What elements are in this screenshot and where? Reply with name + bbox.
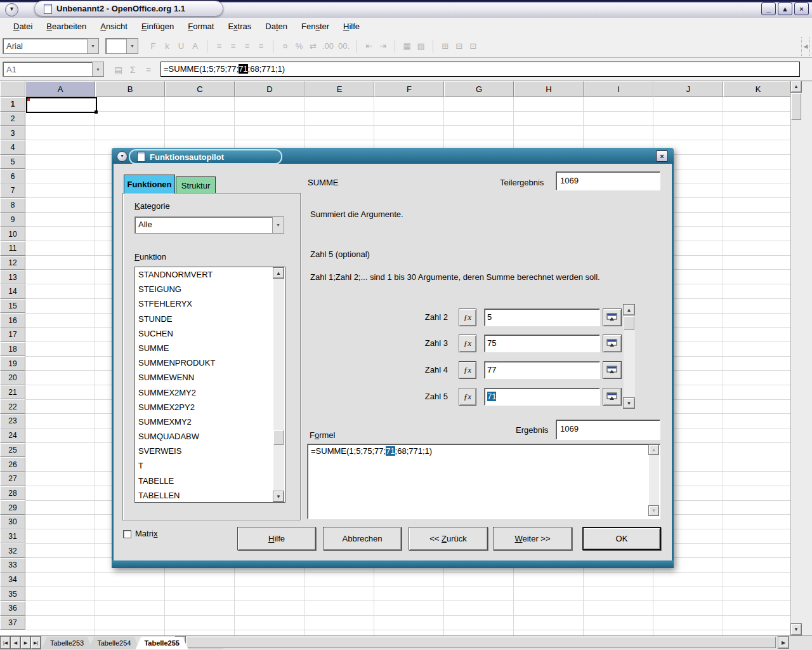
argument-input[interactable]: 5 [484, 308, 600, 326]
function-list-item[interactable]: SUMMEX2PY2 [135, 400, 285, 415]
row-header[interactable]: 35 [0, 587, 25, 601]
matrix-checkbox[interactable] [123, 530, 131, 538]
fill-handle[interactable] [95, 110, 98, 114]
kategorie-dropdown[interactable]: Alle ▼ [134, 216, 284, 234]
row-header[interactable]: 2 [0, 112, 25, 126]
row-header[interactable]: 26 [0, 457, 25, 472]
font-size-combo[interactable]: ▼ [105, 38, 138, 54]
row-header[interactable]: 31 [0, 529, 25, 544]
italic-icon[interactable]: k [162, 40, 172, 53]
row-header[interactable]: 21 [0, 385, 25, 400]
separator[interactable] [273, 40, 273, 53]
row-header[interactable]: 14 [0, 284, 25, 299]
dialog-close-icon[interactable]: × [656, 150, 668, 162]
shrink-button[interactable] [603, 335, 622, 352]
font-name-combo[interactable]: Arial ▼ [3, 38, 99, 54]
menu-item-2[interactable]: Ansicht [93, 22, 134, 31]
row-header[interactable]: 8 [0, 198, 25, 213]
fx-button[interactable]: ƒx [459, 308, 476, 326]
menu-item-4[interactable]: Format [181, 22, 221, 31]
percent-format-icon[interactable]: % [294, 40, 304, 53]
next-sheet-icon[interactable]: ▶ [21, 637, 30, 649]
separator[interactable] [395, 40, 395, 53]
function-list-item[interactable]: SUMMEWENN [135, 370, 285, 385]
scroll-up-icon[interactable]: ▲ [791, 81, 801, 92]
row-header[interactable]: 32 [0, 543, 25, 558]
horizontal-scroll-thumb[interactable] [186, 637, 776, 648]
function-list-item[interactable]: T [135, 458, 285, 473]
separator[interactable] [433, 40, 433, 53]
abbrechen-button[interactable]: Abbrechen [323, 527, 402, 550]
row-header[interactable]: 13 [0, 270, 25, 284]
select-all-corner[interactable] [0, 81, 25, 97]
scroll-up-icon[interactable]: ▲ [273, 268, 284, 278]
merge-center-icon[interactable]: ⊟ [454, 40, 464, 53]
ok-button[interactable]: OK [582, 527, 661, 550]
hscroll-right-icon[interactable]: ▶ [778, 637, 789, 648]
merge-cells-icon[interactable]: ⊞ [440, 40, 450, 53]
row-header[interactable]: 4 [0, 140, 25, 155]
row-header[interactable]: 12 [0, 256, 25, 270]
menu-item-7[interactable]: Fenster [294, 22, 336, 31]
menu-item-1[interactable]: Bearbeiten [39, 22, 93, 31]
dialog-titlebar[interactable]: ▼ Funktionsautopilot × [112, 148, 674, 164]
row-header[interactable]: 20 [0, 371, 25, 385]
column-header[interactable]: G [444, 81, 514, 97]
column-header[interactable]: C [165, 81, 235, 97]
function-list-scroll-thumb[interactable] [273, 430, 284, 445]
row-header[interactable]: 3 [0, 126, 25, 140]
menu-item-0[interactable]: Datei [6, 22, 39, 31]
kategorie-dropdown-icon[interactable]: ▼ [272, 217, 284, 233]
row-header[interactable]: 1 [0, 97, 25, 112]
font-color-icon[interactable]: A [190, 40, 200, 53]
function-list-item[interactable]: SUMMEX2MY2 [135, 385, 285, 400]
function-list-item[interactable]: TABELLE [135, 474, 285, 488]
menu-item-8[interactable]: Hilfe [336, 22, 367, 31]
row-header[interactable]: 15 [0, 299, 25, 314]
font-size-dropdown-icon[interactable]: ▼ [126, 39, 138, 53]
scroll-down-icon[interactable]: ▼ [649, 506, 658, 515]
menu-item-6[interactable]: Daten [258, 22, 294, 31]
row-header[interactable]: 7 [0, 183, 25, 198]
font-name-dropdown-icon[interactable]: ▼ [87, 39, 98, 53]
argument-input[interactable]: 77 [484, 361, 600, 379]
column-header[interactable]: A [25, 81, 95, 97]
row-header[interactable]: 23 [0, 414, 25, 428]
row-header[interactable]: 37 [0, 616, 25, 630]
shrink-button[interactable] [603, 361, 622, 379]
function-equals-icon[interactable]: = [146, 65, 151, 75]
function-list-item[interactable]: SUMMENPRODUKT [135, 355, 285, 370]
column-header[interactable]: B [95, 81, 165, 97]
column-header[interactable]: I [584, 81, 653, 97]
scroll-down-icon[interactable]: ▼ [273, 491, 284, 501]
row-header[interactable]: 17 [0, 328, 25, 342]
arguments-scroll-thumb[interactable] [624, 316, 634, 330]
name-box-dropdown-icon[interactable]: ▼ [92, 62, 103, 76]
split-cells-icon[interactable]: ⊡ [468, 40, 478, 53]
column-header[interactable]: J [653, 81, 723, 97]
column-header[interactable]: H [514, 81, 584, 97]
row-header[interactable]: 10 [0, 227, 25, 241]
align-right-icon[interactable]: ≡ [242, 40, 252, 53]
first-sheet-icon[interactable]: |◀ [1, 637, 10, 649]
align-justify-icon[interactable]: ≡ [256, 40, 266, 53]
align-center-icon[interactable]: ≡ [228, 40, 238, 53]
tab-funktionen[interactable]: Funktionen [124, 175, 175, 194]
fx-button[interactable]: ƒx [459, 388, 476, 406]
row-header[interactable]: 9 [0, 213, 25, 227]
row-header[interactable]: 16 [0, 313, 25, 328]
argument-input[interactable]: 75 [484, 335, 600, 352]
sheet-tab[interactable]: Tabelle254 [88, 637, 140, 649]
formel-textarea[interactable]: =SUMME(1;5;75;77;71;68;771;1) ▲ ▼ [307, 444, 660, 519]
menu-item-3[interactable]: Einfügen [134, 22, 181, 31]
maximize-button[interactable]: ▲ [778, 3, 792, 15]
function-listbox[interactable]: STANDNORMVERT STEIGUNG STFEHLERYX STUNDE… [134, 267, 285, 503]
function-list-item[interactable]: STEIGUNG [135, 282, 285, 296]
fx-button[interactable]: ƒx [459, 335, 476, 352]
name-box[interactable]: A1 ▼ [3, 62, 104, 77]
selected-cell-a1[interactable] [26, 97, 97, 113]
row-header[interactable]: 28 [0, 486, 25, 501]
row-header[interactable]: 27 [0, 472, 25, 486]
standard-format-icon[interactable]: ⇄ [308, 40, 318, 53]
align-left-icon[interactable]: ≡ [214, 40, 224, 53]
